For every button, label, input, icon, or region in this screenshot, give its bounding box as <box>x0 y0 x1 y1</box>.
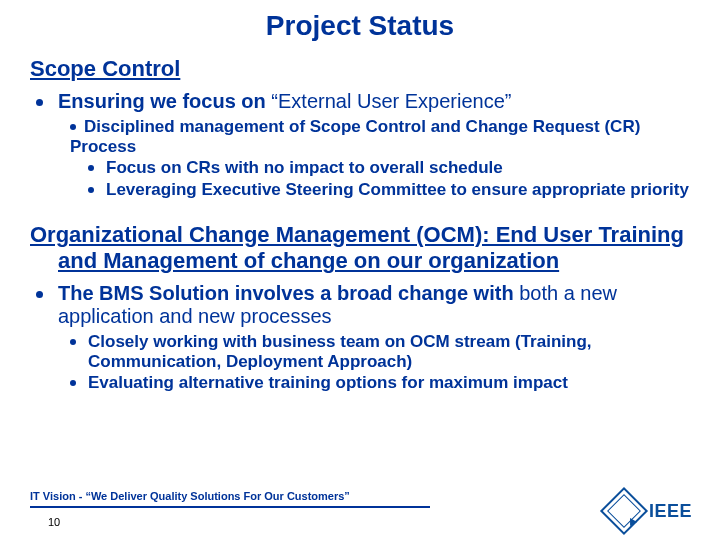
bullet-list-l3: Focus on CRs with no impact to overall s… <box>88 158 690 199</box>
page-number: 10 <box>48 516 690 528</box>
bullet-dot-icon <box>88 165 94 171</box>
bullet-text: Focus on CRs with no impact to overall s… <box>106 158 503 177</box>
footer-divider <box>30 506 430 508</box>
slide: Project Status Scope Control Ensuring we… <box>0 0 720 540</box>
bullet-dot-icon <box>88 187 94 193</box>
bullet-text-strong: Ensuring we focus on <box>58 90 271 112</box>
bullet-dot-icon <box>36 99 43 106</box>
section-heading-scope: Scope Control <box>30 56 690 82</box>
bullet-text: Disciplined management of Scope Control … <box>70 117 640 156</box>
list-item: Ensuring we focus on “External User Expe… <box>36 90 690 199</box>
footer-tagline: IT Vision - “We Deliver Quality Solution… <box>30 490 690 502</box>
bullet-text: Leveraging Executive Steering Committee … <box>106 180 689 199</box>
bullet-list-l2: Disciplined management of Scope Control … <box>70 117 690 199</box>
bullet-text-soft: “External User Experience” <box>271 90 511 112</box>
bullet-text: Evaluating alternative training options … <box>88 373 568 392</box>
list-item: Disciplined management of Scope Control … <box>70 117 690 199</box>
bullet-list-l2: Closely working with business team on OC… <box>70 332 690 393</box>
ieee-logo-text: IEEE <box>649 501 692 522</box>
bullet-dot-icon <box>70 339 76 345</box>
arrow-icon <box>630 518 637 526</box>
bullet-dot-icon <box>36 291 43 298</box>
list-item: Closely working with business team on OC… <box>70 332 690 371</box>
bullet-text: Closely working with business team on OC… <box>88 332 591 371</box>
bullet-dot-icon <box>70 124 76 130</box>
ieee-logo: IEEE <box>607 494 692 528</box>
list-item: The BMS Solution involves a broad change… <box>36 282 690 393</box>
list-item: Focus on CRs with no impact to overall s… <box>88 158 690 178</box>
bullet-list-l1: The BMS Solution involves a broad change… <box>36 282 690 393</box>
footer: IT Vision - “We Deliver Quality Solution… <box>30 490 690 528</box>
list-item: Leveraging Executive Steering Committee … <box>88 180 690 200</box>
bullet-dot-icon <box>70 380 76 386</box>
slide-title: Project Status <box>30 10 690 42</box>
section-heading-ocm: Organizational Change Management (OCM): … <box>30 222 690 275</box>
spacer <box>30 206 690 218</box>
bullet-list-l1: Ensuring we focus on “External User Expe… <box>36 90 690 199</box>
list-item: Evaluating alternative training options … <box>70 373 690 393</box>
bullet-text-strong: The BMS Solution involves a broad change… <box>58 282 519 304</box>
ieee-diamond-icon <box>600 487 648 535</box>
